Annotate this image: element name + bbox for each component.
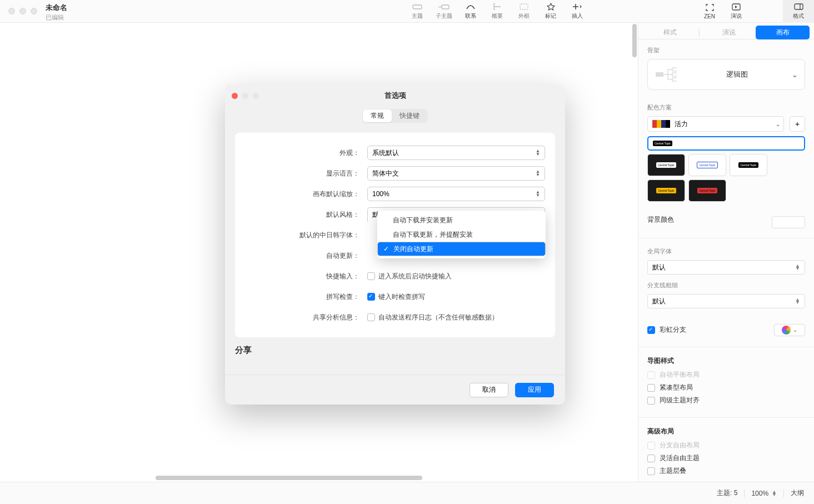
maximize-window-icon[interactable]	[31, 8, 37, 14]
horizontal-scrollbar[interactable]	[0, 474, 630, 482]
quick-entry-checkbox[interactable]	[367, 272, 375, 280]
bg-color-swatch[interactable]	[772, 216, 805, 228]
play-icon	[732, 2, 741, 11]
svg-rect-0	[413, 5, 422, 9]
theme-option[interactable]: Central Topic	[688, 179, 726, 202]
document-title: 未命名	[46, 3, 67, 13]
dialog-close-icon[interactable]	[232, 93, 238, 99]
default-zoom-select[interactable]: 100%▲▼	[367, 187, 545, 201]
titlebar: 未命名 已编辑 主题 子主题 联系 概要 外框 标记 插入	[0, 0, 814, 23]
chevron-down-icon: ⌄	[793, 327, 797, 333]
map-style-label: 导图样式	[647, 356, 805, 366]
rainbow-icon	[782, 326, 791, 335]
auto-balance-checkbox[interactable]	[647, 371, 655, 379]
present-button[interactable]: 演说	[723, 0, 750, 23]
preferences-dialog: 首选项 常规 快捷键 外观：系统默认▲▼ 显示语言：简体中文▲▼ 画布默认缩放：…	[225, 84, 565, 405]
settings-panel: 外观：系统默认▲▼ 显示语言：简体中文▲▼ 画布默认缩放：100%▲▼ 默认风格…	[235, 133, 555, 337]
theme-option[interactable]: Central Topic	[647, 136, 805, 151]
flexible-topic-checkbox[interactable]	[647, 455, 655, 462]
document-status: 已编辑	[46, 13, 67, 22]
dropdown-option[interactable]: 自动下载更新，并提醒安装	[377, 227, 546, 242]
subtopic-icon	[438, 2, 450, 11]
panel-icon	[794, 2, 803, 11]
document-title-area: 未命名 已编辑	[46, 3, 67, 22]
zen-button[interactable]: ZEN	[696, 0, 723, 23]
panel-tabs: 样式 演说 画布	[638, 23, 814, 39]
advanced-layout-label: 高级布局	[647, 427, 805, 436]
plus-icon	[572, 2, 582, 11]
dialog-maximize-icon	[253, 93, 259, 99]
svg-rect-7	[795, 4, 803, 9]
vertical-scrollbar[interactable]	[630, 23, 638, 482]
topic-count: 主题: 5	[717, 488, 737, 498]
skeleton-select[interactable]: 逻辑图 ⌄	[647, 59, 805, 90]
align-siblings-checkbox[interactable]	[647, 397, 655, 405]
close-window-icon[interactable]	[8, 8, 15, 14]
theme-grid: Central Topic Central Topic Central Topi…	[647, 136, 805, 202]
global-font-select[interactable]: 默认▲▼	[647, 260, 805, 275]
star-icon	[547, 2, 555, 11]
subtopic-button[interactable]: 子主题	[431, 0, 457, 23]
dialog-titlebar: 首选项	[225, 84, 565, 107]
color-scheme-select[interactable]: 活力 ⌄	[647, 116, 784, 132]
summary-icon	[493, 2, 502, 11]
svg-rect-3	[520, 4, 528, 9]
theme-option[interactable]: Central Topic	[730, 154, 767, 176]
tab-present[interactable]: 演说	[702, 26, 756, 39]
chevron-down-icon: ⌄	[776, 121, 780, 127]
relation-button[interactable]: 联系	[457, 0, 484, 23]
outline-button[interactable]: 大纲	[791, 488, 804, 498]
tab-canvas[interactable]: 画布	[756, 26, 810, 39]
dropdown-option[interactable]: 关闭自动更新	[377, 242, 546, 256]
branch-width-label: 分支线粗细	[647, 281, 805, 290]
appearance-select[interactable]: 系统默认▲▼	[367, 146, 545, 160]
cancel-button[interactable]: 取消	[470, 383, 508, 397]
scheme-label: 配色方案	[647, 103, 805, 112]
format-panel: 样式 演说 画布 骨架 逻辑图 ⌄ 配色方案 活力 ⌄ +	[638, 23, 814, 482]
tab-shortcuts[interactable]: 快捷键	[392, 109, 427, 122]
chevron-down-icon: ⌄	[792, 71, 798, 79]
skeleton-preview-icon	[655, 65, 682, 84]
apply-button[interactable]: 应用	[515, 383, 554, 397]
auto-update-dropdown: 自动下载并安装更新 自动下载更新，并提醒安装 关闭自动更新	[377, 211, 546, 258]
spell-check-checkbox[interactable]	[367, 293, 375, 301]
analytics-checkbox[interactable]	[367, 313, 375, 321]
topic-icon	[412, 2, 422, 11]
rainbow-checkbox[interactable]	[647, 326, 655, 334]
format-button[interactable]: 格式	[783, 0, 814, 23]
dialog-title: 首选项	[384, 91, 406, 101]
status-bar: 主题: 5 100%▲▼ 大纲	[0, 482, 814, 504]
frame-icon	[520, 2, 528, 11]
summary-button[interactable]: 概要	[484, 0, 511, 23]
theme-option[interactable]: Central Topic	[688, 154, 726, 176]
compact-checkbox[interactable]	[647, 384, 655, 392]
topic-button[interactable]: 主题	[404, 0, 431, 23]
window-traffic-lights	[0, 8, 37, 14]
frame-button[interactable]: 外框	[511, 0, 537, 23]
add-scheme-button[interactable]: +	[790, 116, 805, 132]
fullscreen-icon	[706, 3, 714, 12]
relation-icon	[466, 2, 476, 11]
dialog-tabs: 常规 快捷键	[362, 109, 428, 123]
bg-color-label: 背景颜色	[647, 215, 674, 224]
minimize-window-icon[interactable]	[19, 8, 26, 14]
tab-general[interactable]: 常规	[363, 109, 392, 122]
rainbow-style-button[interactable]: ⌄	[774, 324, 805, 336]
free-branch-checkbox[interactable]	[647, 442, 655, 450]
theme-option[interactable]: Central Topic	[647, 154, 685, 176]
dialog-minimize-icon	[242, 93, 248, 99]
theme-option[interactable]: Central Topic	[647, 179, 685, 202]
toolbar: 主题 子主题 联系 概要 外框 标记 插入 ZEN	[404, 0, 814, 22]
branch-width-select[interactable]: 默认▲▼	[647, 294, 805, 308]
skeleton-label: 骨架	[647, 46, 805, 54]
share-section-header: 分享	[235, 345, 555, 356]
language-select[interactable]: 简体中文▲▼	[367, 166, 545, 181]
svg-rect-9	[656, 72, 663, 77]
dropdown-option[interactable]: 自动下载并安装更新	[377, 213, 546, 227]
topic-overlap-checkbox[interactable]	[647, 467, 655, 475]
mark-button[interactable]: 标记	[537, 0, 564, 23]
dialog-footer: 取消 应用	[225, 375, 565, 405]
zoom-control[interactable]: 100%▲▼	[751, 490, 777, 497]
tab-style[interactable]: 样式	[643, 26, 697, 39]
insert-button[interactable]: 插入	[564, 0, 591, 23]
